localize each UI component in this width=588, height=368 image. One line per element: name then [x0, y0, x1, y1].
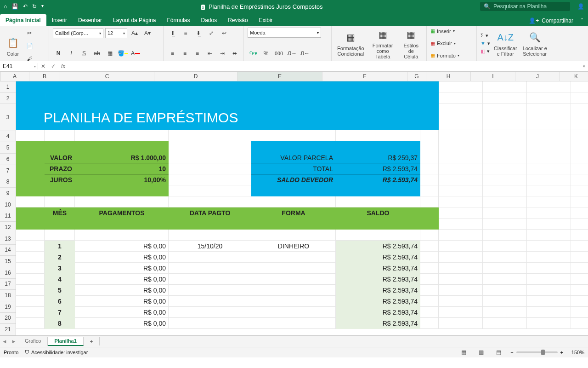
align-middle-icon[interactable]: ≡ [180, 28, 191, 39]
row-saldo-1[interactable]: R$ 2.593,74 [336, 241, 420, 252]
row-header-19[interactable]: 19 [0, 301, 16, 313]
undo-icon[interactable]: ↶ [23, 3, 28, 10]
row-data-2[interactable] [169, 252, 251, 263]
sort-filter-button[interactable]: A↓ZClassificar e Filtrar [492, 29, 519, 58]
row-saldo-4[interactable]: R$ 2.593,74 [336, 274, 420, 285]
row-saldo-3[interactable]: R$ 2.593,74 [336, 263, 420, 274]
row-data-4[interactable] [169, 274, 251, 285]
col-header-A[interactable]: A [0, 72, 29, 81]
col-header-C[interactable]: C [60, 72, 154, 81]
row-mes-2[interactable]: 2 [45, 252, 75, 263]
ribbon-tab-layout-da-p-gina[interactable]: Layout da Página [107, 14, 161, 26]
row-saldo-2[interactable]: R$ 2.593,74 [336, 252, 420, 263]
row-header-5[interactable]: 5 [0, 142, 16, 154]
cut-icon[interactable]: ✂ [24, 28, 35, 39]
row-header-16[interactable]: 16 [0, 267, 16, 279]
ribbon-tab-p-gina-inicial[interactable]: Página Inicial [0, 14, 46, 26]
cells-area[interactable]: PLANILHA DE EMPRÉSTIMOSVALORR$ 1.000,00P… [16, 81, 588, 335]
row-pag-5[interactable]: R$ 0,00 [75, 285, 169, 296]
align-right-icon[interactable]: ≡ [192, 48, 203, 59]
row-header-9[interactable]: 9 [0, 188, 16, 199]
zoom-in-icon[interactable]: + [560, 350, 563, 355]
sheet-nav-next-icon[interactable]: ► [9, 339, 18, 344]
zoom-out-icon[interactable]: − [510, 350, 513, 355]
row-header-3[interactable]: 3 [0, 104, 16, 131]
increase-decimal-icon[interactable]: .0→ [286, 48, 297, 59]
cell-styles-button[interactable]: ▦Estilos de Célula [400, 26, 423, 60]
indent-dec-icon[interactable]: ⇤ [204, 48, 215, 59]
insert-cells-button[interactable]: ▦Inserir ▾ [430, 28, 473, 34]
orientation-icon[interactable]: ⤢ [206, 28, 217, 39]
row-pag-8[interactable]: R$ 0,00 [75, 318, 169, 329]
col-header-I[interactable]: I [471, 72, 515, 81]
share-button[interactable]: Compartilhar [542, 17, 573, 24]
merge-icon[interactable]: ⬌ [229, 48, 240, 59]
row-header-4[interactable]: 4 [0, 131, 16, 143]
bold-button[interactable]: N [53, 48, 64, 59]
view-normal-icon[interactable]: ▦ [458, 347, 469, 358]
font-name-combo[interactable]: Calibri (Corp…▾ [53, 28, 103, 38]
user-icon[interactable]: 👤 [577, 3, 584, 10]
search-box[interactable]: 🔍 Pesquisar na Planilha [480, 2, 570, 11]
conditional-format-button[interactable]: ▦Formatação Condicional [335, 29, 366, 58]
row-header-21[interactable]: 21 [0, 324, 16, 335]
enter-icon[interactable]: ✓ [48, 63, 58, 69]
row-header-13[interactable]: 13 [0, 233, 16, 245]
underline-button[interactable]: S [79, 48, 90, 59]
row-header-2[interactable]: 2 [0, 93, 16, 104]
row-header-11[interactable]: 11 [0, 210, 16, 222]
row-pag-1[interactable]: R$ 0,00 [75, 241, 169, 252]
qat-more-icon[interactable]: ▾ [41, 3, 44, 10]
border-icon[interactable]: ▦ [104, 48, 115, 59]
val-juros[interactable]: 10,00% [75, 174, 169, 185]
row-pag-2[interactable]: R$ 0,00 [75, 252, 169, 263]
val-prazo[interactable]: 10 [75, 163, 169, 174]
cancel-icon[interactable]: ✕ [38, 63, 48, 69]
find-select-button[interactable]: 🔍Localizar e Selecionar [521, 29, 549, 58]
home-icon[interactable]: ⌂ [4, 3, 7, 10]
fill-button[interactable]: ▼▾ [481, 40, 490, 47]
row-data-6[interactable] [169, 296, 251, 307]
row-data-8[interactable] [169, 318, 251, 329]
increase-font-icon[interactable]: A▴ [129, 28, 140, 39]
indent-inc-icon[interactable]: ⇥ [217, 48, 227, 59]
ribbon-tab-dados[interactable]: Dados [196, 14, 223, 26]
clear-button[interactable]: ◧▾ [481, 48, 490, 55]
row-data-5[interactable] [169, 285, 251, 296]
row-saldo-7[interactable]: R$ 2.593,74 [336, 307, 420, 318]
ribbon-tab-desenhar[interactable]: Desenhar [73, 14, 107, 26]
view-pagebreak-icon[interactable]: ▤ [493, 347, 504, 358]
row-forma-2[interactable] [251, 252, 336, 263]
row-mes-6[interactable]: 6 [45, 296, 75, 307]
align-bottom-icon[interactable]: ⬇̲ [193, 28, 204, 39]
fx-icon[interactable]: fx [58, 63, 68, 69]
row-header-12[interactable]: 12 [0, 222, 16, 233]
ribbon-tab-inserir[interactable]: Inserir [46, 14, 73, 26]
row-mes-5[interactable]: 5 [45, 285, 75, 296]
ribbon-tab-revis-o[interactable]: Revisão [222, 14, 253, 26]
row-pag-4[interactable]: R$ 0,00 [75, 274, 169, 285]
col-header-E[interactable]: E [237, 72, 322, 81]
sheet-nav-prev-icon[interactable]: ◄ [0, 339, 9, 344]
row-pag-7[interactable]: R$ 0,00 [75, 307, 169, 318]
row-saldo-6[interactable]: R$ 2.593,74 [336, 296, 420, 307]
strike-button[interactable]: ab [91, 48, 102, 59]
row-saldo-5[interactable]: R$ 2.593,74 [336, 285, 420, 296]
row-mes-4[interactable]: 4 [45, 274, 75, 285]
col-header-H[interactable]: H [426, 72, 471, 81]
fill-color-icon[interactable]: 🪣 [117, 48, 128, 59]
ribbon-tab-f-rmulas[interactable]: Fórmulas [162, 14, 196, 26]
wrap-text-icon[interactable]: ↩ [219, 28, 230, 39]
row-forma-1[interactable]: DINHEIRO [251, 241, 336, 252]
row-data-3[interactable] [169, 263, 251, 274]
align-center-icon[interactable]: ≡ [180, 48, 190, 59]
row-forma-3[interactable] [251, 263, 336, 274]
row-forma-5[interactable] [251, 285, 336, 296]
font-color-icon[interactable]: A [130, 48, 141, 59]
row-data-1[interactable]: 15/10/20 [169, 241, 251, 252]
share-icon[interactable]: 👤+ [529, 17, 539, 24]
row-header-6[interactable]: 6 [0, 154, 16, 165]
row-header-7[interactable]: 7 [0, 165, 16, 177]
row-mes-7[interactable]: 7 [45, 307, 75, 318]
col-header-D[interactable]: D [154, 72, 237, 81]
